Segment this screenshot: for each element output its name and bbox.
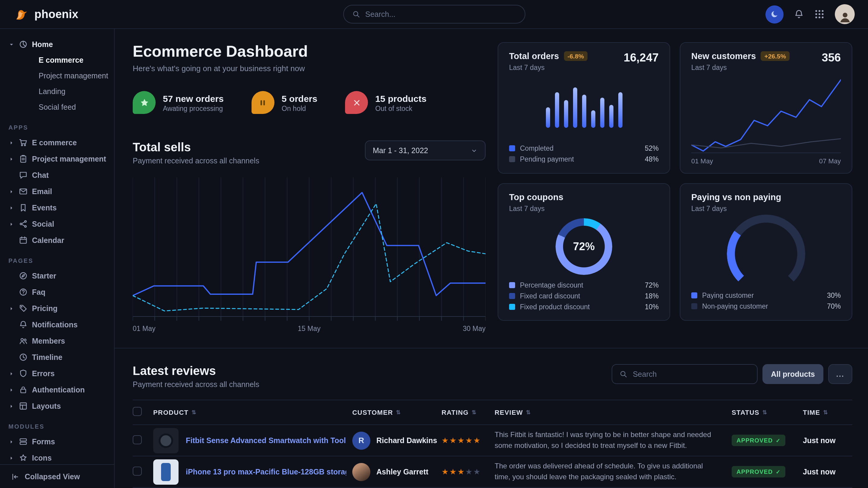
sidebar-item-label: Errors	[32, 369, 55, 378]
column-header-review[interactable]: REVIEW⇅	[495, 409, 732, 416]
select-all-checkbox[interactable]	[133, 407, 142, 416]
sidebar-item-label: Events	[32, 203, 57, 212]
sidebar-item-home[interactable]: Home	[8, 36, 105, 53]
caret-right-icon	[8, 403, 14, 409]
sidebar-item-chat[interactable]: Chat	[8, 167, 105, 183]
top-navbar: phoenix	[0, 0, 868, 29]
orders-legend: Completed52%Pending payment48%	[509, 143, 659, 165]
sidebar-item-email[interactable]: Email	[8, 183, 105, 199]
brand-logo[interactable]: phoenix	[13, 6, 79, 22]
legend-item-fixed-product-discount: Fixed product discount10%	[509, 301, 659, 312]
stat-caption: Awating processing	[163, 105, 224, 112]
sidebar-item-label: Authentication	[32, 386, 85, 394]
sidebar-item-icons[interactable]: Icons	[8, 450, 105, 464]
user-avatar[interactable]	[835, 4, 855, 24]
caret-right-icon	[8, 370, 14, 377]
sidebar-item-notifications[interactable]: Notifications	[8, 317, 105, 333]
sidebar-item-label: Icons	[32, 454, 52, 462]
star-icon	[133, 91, 156, 114]
sidebar-subitem-e-commerce[interactable]: E commerce	[8, 53, 105, 68]
kpi-cards: Total orders -6.8% Last 7 days 16,247 Co…	[498, 42, 852, 332]
sidebar-section-label-modules: MODULES	[8, 423, 105, 430]
stats-row: 57 new orders Awating processing 5 order…	[133, 91, 486, 114]
stat-caption: Out of stock	[375, 105, 427, 112]
sidebar-subitem-project-management[interactable]: Project management	[8, 68, 105, 84]
legend-item-percentage-discount: Percentage discount72%	[509, 280, 659, 291]
sidebar-item-calendar[interactable]: Calendar	[8, 232, 105, 248]
reviews-search[interactable]	[612, 364, 757, 384]
reviews-header-row: PRODUCT⇅CUSTOMER⇅RATING⇅REVIEW⇅STATUS⇅TI…	[133, 400, 852, 425]
review-time: Just now	[803, 467, 852, 476]
sidebar-item-members[interactable]: Members	[8, 333, 105, 349]
cart-icon	[19, 138, 28, 147]
legend-item-completed: Completed52%	[509, 143, 659, 154]
chevron-down-icon	[470, 147, 478, 154]
sidebar-item-layouts[interactable]: Layouts	[8, 398, 105, 414]
legend-label: Completed	[520, 145, 553, 152]
row-checkbox[interactable]	[133, 435, 142, 444]
all-products-button[interactable]: All products	[763, 364, 824, 384]
collapsed-view-toggle[interactable]: Collapsed View	[0, 464, 114, 488]
product-link[interactable]: iPhone 13 pro max-Pacific Blue-128GB sto…	[186, 467, 346, 476]
customer-name: Ashley Garrett	[376, 467, 428, 476]
collapse-icon	[11, 472, 19, 481]
row-checkbox[interactable]	[133, 466, 142, 475]
column-header-time[interactable]: TIME⇅	[803, 409, 852, 416]
rating-stars: ★★★★★	[441, 436, 495, 445]
sidebar-item-e-commerce[interactable]: E commerce	[8, 134, 105, 151]
navbar-actions	[766, 4, 855, 24]
lock-icon	[19, 385, 28, 394]
card-period: Last 7 days	[691, 205, 781, 212]
sidebar-item-social[interactable]: Social	[8, 216, 105, 232]
reviews-search-input[interactable]	[633, 370, 750, 378]
pause-icon	[251, 91, 275, 114]
caret-right-icon	[8, 188, 14, 194]
search-input[interactable]	[365, 10, 516, 19]
order-bar	[546, 108, 550, 128]
orders-bar-chart	[509, 77, 659, 128]
legend-swatch	[691, 303, 697, 309]
sidebar-item-forms[interactable]: Forms	[8, 433, 105, 450]
sidebar-item-events[interactable]: Events	[8, 199, 105, 216]
sidebar-item-timeline[interactable]: Timeline	[8, 349, 105, 365]
column-header-status[interactable]: STATUS⇅	[732, 409, 803, 416]
order-bar	[555, 92, 559, 128]
global-search[interactable]	[343, 5, 525, 24]
search-icon	[619, 370, 627, 378]
review-time: Just now	[803, 436, 852, 445]
legend-value: 10%	[645, 303, 659, 311]
notifications-bell-icon[interactable]	[794, 9, 804, 19]
sidebar-item-pricing[interactable]: Pricing	[8, 300, 105, 317]
page-title: Ecommerce Dashboard	[133, 42, 486, 61]
sidebar-subitem-social-feed[interactable]: Social feed	[8, 99, 105, 115]
column-header-rating[interactable]: RATING⇅	[441, 409, 495, 416]
phoenix-logo-icon	[13, 6, 30, 22]
review-row: Fitbit Sense Advanced Smartwatch with To…	[133, 425, 852, 456]
sidebar-subitem-landing[interactable]: Landing	[8, 84, 105, 99]
chart-x-axis: 01 May 15 May 30 May	[133, 325, 486, 332]
legend-swatch	[509, 156, 515, 162]
sidebar-item-project-management[interactable]: Project management	[8, 151, 105, 167]
moon-icon	[770, 10, 779, 19]
theme-toggle-button[interactable]	[766, 5, 783, 23]
product-link[interactable]: Fitbit Sense Advanced Smartwatch with To…	[186, 436, 346, 445]
sidebar-section-label-pages: PAGES	[8, 257, 105, 264]
sidebar-item-starter[interactable]: Starter	[8, 268, 105, 284]
caret-down-icon	[8, 41, 14, 47]
apps-grid-icon[interactable]	[814, 9, 825, 19]
card-total-orders: Total orders -6.8% Last 7 days 16,247 Co…	[498, 42, 670, 174]
legend-label: Percentage discount	[520, 282, 583, 289]
legend-swatch	[509, 304, 515, 310]
customer-avatar: R	[352, 431, 370, 449]
column-header-customer[interactable]: CUSTOMER⇅	[352, 409, 441, 416]
sidebar-item-faq[interactable]: Faq	[8, 284, 105, 300]
column-header-product[interactable]: PRODUCT⇅	[153, 409, 352, 416]
more-options-button[interactable]: ...	[828, 364, 852, 384]
product-thumbnail	[153, 459, 179, 484]
legend-item-paying-customer: Paying customer30%	[691, 290, 841, 301]
sidebar-item-errors[interactable]: Errors	[8, 365, 105, 382]
sidebar-item-authentication[interactable]: Authentication	[8, 382, 105, 398]
legend-item-pending-payment: Pending payment48%	[509, 154, 659, 165]
x-label: 01 May	[691, 157, 713, 165]
date-range-select[interactable]: Mar 1 - 31, 2022	[365, 140, 486, 160]
